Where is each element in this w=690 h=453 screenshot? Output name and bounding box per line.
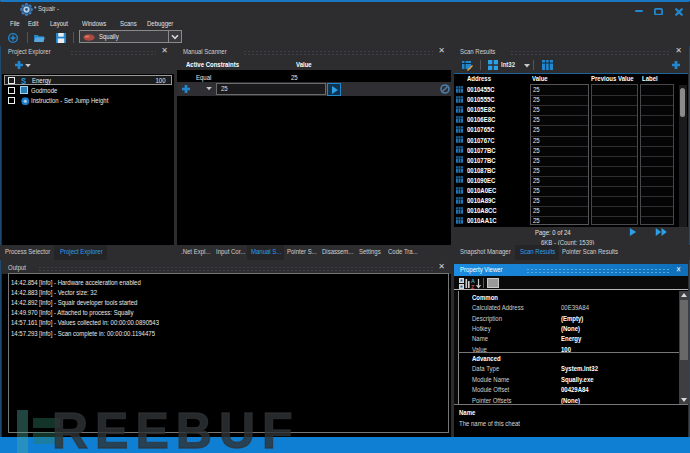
svg-text:Z: Z	[471, 284, 475, 289]
